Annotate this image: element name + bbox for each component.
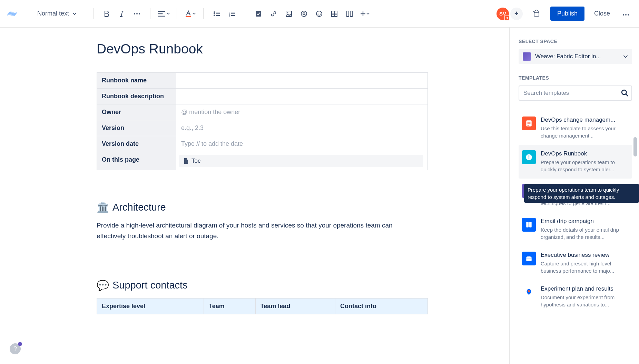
document-icon — [183, 158, 189, 164]
template-item-devops-change[interactable]: DevOps change managem... Use this templa… — [519, 111, 632, 145]
template-icon — [522, 218, 536, 232]
meta-value-toc[interactable]: Toc — [176, 152, 428, 170]
svg-rect-3 — [186, 16, 191, 17]
restrictions-button[interactable] — [532, 9, 541, 19]
mention-button[interactable] — [298, 8, 310, 20]
table-button[interactable] — [328, 8, 341, 20]
divider — [93, 8, 94, 19]
space-icon — [523, 52, 531, 61]
meta-value[interactable]: @ mention the owner — [176, 104, 428, 120]
insert-button[interactable] — [358, 8, 371, 20]
svg-point-2 — [139, 13, 140, 14]
confluence-logo — [7, 9, 17, 19]
template-title: Email drip campaign — [541, 218, 629, 225]
building-icon: 🏛️ — [97, 201, 109, 213]
template-icon — [522, 117, 536, 130]
meta-label: Runbook name — [97, 73, 176, 89]
template-desc: Document your experiment from hypothesis… — [541, 294, 629, 308]
divider — [203, 8, 204, 19]
divider — [177, 8, 177, 19]
divider — [150, 8, 150, 19]
editor-pane[interactable]: DevOps Runbook Runbook name Runbook desc… — [0, 28, 509, 364]
text-color-button[interactable] — [184, 8, 196, 20]
space-selector[interactable]: Weave: Fabric Editor in... — [519, 49, 632, 64]
svg-point-12 — [287, 12, 288, 13]
speech-bubble-icon: 💬 — [97, 280, 109, 291]
more-actions-button[interactable] — [620, 8, 632, 20]
column-header: Team lead — [255, 298, 335, 314]
action-item-button[interactable] — [252, 8, 265, 20]
template-icon — [522, 150, 536, 164]
templates-label: TEMPLATES — [519, 75, 632, 81]
support-contacts-heading[interactable]: 💬 Support contacts — [97, 280, 428, 291]
template-list: DevOps change managem... Use this templa… — [519, 111, 632, 314]
template-search-input[interactable] — [519, 85, 632, 101]
template-sidebar: SELECT SPACE Weave: Fabric Editor in... … — [509, 28, 639, 364]
link-button[interactable] — [267, 8, 280, 20]
svg-point-1 — [136, 13, 138, 14]
close-button[interactable]: Close — [587, 7, 617, 21]
meta-value[interactable] — [176, 73, 428, 89]
template-item-email-drip[interactable]: Email drip campaign Keep the details of … — [519, 212, 632, 246]
svg-point-15 — [316, 11, 322, 17]
template-item-executive-review[interactable]: Executive business review Capture and pr… — [519, 246, 632, 280]
template-item-devops-runbook[interactable]: DevOps Runbook Prepare your operations t… — [519, 145, 632, 179]
help-button[interactable]: ? — [10, 343, 21, 354]
layouts-button[interactable] — [343, 8, 356, 20]
toc-label: Toc — [191, 158, 200, 164]
template-tooltip: Prepare your operations team to quickly … — [524, 184, 639, 203]
bullet-list-button[interactable] — [210, 8, 223, 20]
meta-label: On this page — [97, 152, 176, 170]
svg-point-24 — [628, 14, 629, 16]
meta-value[interactable]: e.g., 2.3 — [176, 120, 428, 136]
text-style-selector[interactable]: Normal text — [34, 8, 80, 19]
page-title[interactable]: DevOps Runbook — [97, 41, 428, 57]
image-button[interactable] — [283, 8, 295, 20]
template-desc: Prepare your operations team to quickly … — [541, 159, 629, 173]
svg-rect-20 — [350, 11, 352, 17]
column-header: Team — [204, 298, 255, 314]
svg-rect-21 — [534, 13, 539, 16]
more-formatting-button[interactable] — [131, 8, 143, 20]
svg-rect-31 — [526, 222, 529, 227]
support-contacts-table[interactable]: Expertise level Team Team lead Contact i… — [97, 298, 428, 314]
divider — [245, 8, 245, 19]
bold-button[interactable] — [100, 8, 113, 20]
publish-button[interactable]: Publish — [550, 7, 584, 21]
architecture-heading[interactable]: 🏛️ Architecture — [97, 201, 428, 213]
svg-rect-19 — [347, 11, 349, 17]
meta-value[interactable] — [176, 89, 428, 104]
architecture-description[interactable]: Provide a high-level architectural diagr… — [97, 220, 400, 242]
svg-point-5 — [214, 13, 215, 14]
runbook-meta-table[interactable]: Runbook name Runbook description Owner@ … — [97, 72, 428, 170]
align-button[interactable] — [157, 8, 170, 20]
meta-value[interactable]: Type // to add the date — [176, 136, 428, 152]
meta-label: Owner — [97, 104, 176, 120]
template-desc: Keep the details of your email drip orga… — [541, 226, 629, 241]
chevron-down-icon — [623, 55, 628, 58]
template-desc: Capture and present high level business … — [541, 260, 629, 274]
svg-point-25 — [622, 90, 626, 94]
svg-rect-33 — [526, 257, 531, 261]
toc-macro[interactable]: Toc — [179, 155, 423, 167]
template-icon — [522, 252, 536, 265]
template-item-experiment-plan[interactable]: Experiment plan and results Document you… — [519, 280, 632, 314]
scrollbar-thumb[interactable] — [633, 137, 637, 156]
template-icon — [522, 285, 536, 299]
column-header: Contact info — [335, 298, 428, 314]
text-style-label: Normal text — [37, 10, 69, 17]
number-list-button[interactable]: 123 — [226, 8, 238, 20]
space-name: Weave: Fabric Editor in... — [535, 53, 619, 60]
emoji-button[interactable] — [313, 8, 325, 20]
svg-point-13 — [301, 11, 307, 17]
search-icon — [621, 89, 629, 97]
user-avatar[interactable]: SV s — [497, 8, 509, 20]
invite-button[interactable]: + — [510, 8, 523, 20]
svg-rect-32 — [529, 222, 532, 227]
svg-point-16 — [318, 13, 318, 13]
italic-button[interactable] — [116, 8, 128, 20]
template-title: Experiment plan and results — [541, 285, 629, 292]
meta-label: Version — [97, 120, 176, 136]
svg-rect-10 — [256, 11, 261, 17]
chevron-down-icon — [72, 12, 77, 15]
